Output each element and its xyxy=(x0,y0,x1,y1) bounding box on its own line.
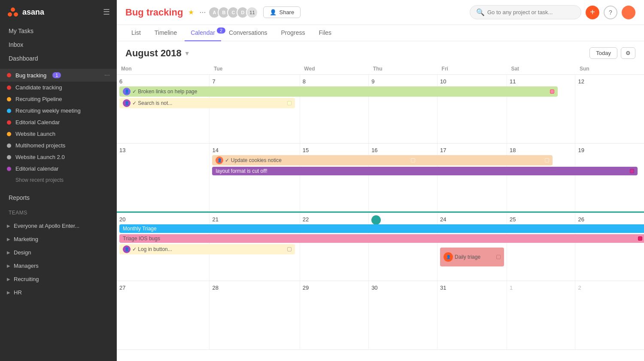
team-item-managers[interactable]: ▶ Managers xyxy=(0,259,117,272)
inbox-label: Inbox xyxy=(9,41,23,48)
event-checkbox[interactable] xyxy=(630,169,634,173)
svg-point-2 xyxy=(14,12,18,17)
cal-day-17: 17 xyxy=(437,144,507,212)
more-options-icon[interactable]: ··· xyxy=(199,8,206,17)
project-label: Candidate tracking xyxy=(15,84,62,91)
event-avatar: 👤 xyxy=(123,88,131,95)
cal-day-6: 6 👤 ✓ Broken links on help page 👤 ✓ Sear… xyxy=(117,75,210,144)
project-item-website-launch[interactable]: Website Launch xyxy=(0,128,117,140)
event-broken-links[interactable]: 👤 ✓ Broken links on help page xyxy=(119,86,558,97)
calendar-container: August 2018 ▼ Today ⚙ Mon Tue Wed Thu Fr… xyxy=(117,41,644,361)
project-item-candidate-tracking[interactable]: Candidate tracking xyxy=(0,82,117,93)
project-item-website-launch-2[interactable]: Website Launch 2.0 xyxy=(0,151,117,163)
event-triage-ios[interactable]: Triage IOS bugs xyxy=(119,234,644,243)
day-number: 7 xyxy=(212,78,215,85)
day-number: 15 xyxy=(303,147,309,153)
month-dropdown-icon[interactable]: ▼ xyxy=(184,50,190,57)
event-daily-triage[interactable]: 👤 Daily triage xyxy=(440,248,504,266)
event-checkbox[interactable] xyxy=(550,89,554,94)
team-label: HR xyxy=(14,289,22,296)
cal-day-16: 16 xyxy=(369,144,437,212)
star-icon[interactable]: ★ xyxy=(188,8,194,16)
project-dot xyxy=(7,144,11,148)
team-item-design[interactable]: ▶ Design xyxy=(0,246,117,259)
project-item-multihomed[interactable]: Multihomed projects xyxy=(0,140,117,151)
project-label: Multihomed projects xyxy=(15,142,65,149)
tab-list[interactable]: List xyxy=(125,25,147,41)
event-update-cookies[interactable]: 👤 ✓ Update cookies notice xyxy=(212,155,553,165)
calendar-controls: Today ⚙ xyxy=(589,47,635,59)
tab-progress[interactable]: Progress xyxy=(275,25,311,41)
sidebar-item-my-tasks[interactable]: My Tasks xyxy=(0,24,117,38)
sidebar-item-inbox[interactable]: Inbox xyxy=(0,38,117,52)
sidebar-item-reports[interactable]: Reports xyxy=(0,191,117,205)
team-item-hr[interactable]: ▶ HR xyxy=(0,286,117,299)
day-number: 28 xyxy=(212,285,218,291)
project-item-editorial-calendar-2[interactable]: Editorial calendar xyxy=(0,163,117,174)
day-number: 11 xyxy=(510,78,516,85)
event-checkbox[interactable] xyxy=(496,255,501,259)
team-chevron-icon: ▶ xyxy=(7,237,10,242)
team-item-marketing[interactable]: ▶ Marketing xyxy=(0,233,117,246)
teams-section-label: Teams xyxy=(0,206,117,219)
add-button[interactable]: + xyxy=(586,6,599,19)
calendar-tab-badge: 2 xyxy=(217,28,225,34)
svg-point-1 xyxy=(8,12,12,17)
search-bar[interactable]: 🔍 xyxy=(470,5,581,19)
calendar-filter-button[interactable]: ⚙ xyxy=(621,47,635,59)
tab-timeline[interactable]: Timeline xyxy=(149,25,183,41)
project-label: Recruiting weekly meeting xyxy=(15,107,81,114)
project-dot xyxy=(7,97,11,101)
team-label: Design xyxy=(14,249,31,256)
day-number: 19 xyxy=(578,147,584,153)
project-item-bug-tracking[interactable]: Bug tracking 1 ··· xyxy=(0,69,117,82)
today-button[interactable]: Today xyxy=(589,47,617,59)
cal-day-8: 8 xyxy=(300,75,368,144)
tab-conversations[interactable]: Conversations xyxy=(223,25,273,41)
user-avatar[interactable] xyxy=(622,6,635,19)
tab-calendar[interactable]: Calendar 2 xyxy=(185,25,221,41)
event-checkbox[interactable] xyxy=(287,247,292,251)
calendar-grid: Mon Tue Wed Thu Fri Sat Sun 6 👤 xyxy=(117,63,644,350)
project-dot xyxy=(7,167,11,171)
cal-day-22: 22 xyxy=(300,212,368,281)
project-item-recruiting-pipeline[interactable]: Recruiting Pipeline xyxy=(0,93,117,105)
cal-day-20: 20 Monthly Triage Triage IOS bugs xyxy=(117,212,210,281)
calendar-week-1: 6 👤 ✓ Broken links on help page 👤 ✓ Sear… xyxy=(117,75,644,144)
hamburger-icon[interactable]: ☰ xyxy=(103,7,110,17)
search-input[interactable] xyxy=(487,9,575,15)
logo-text: asana xyxy=(22,8,44,17)
team-label: Managers xyxy=(14,263,39,269)
day-header-tue: Tue xyxy=(210,63,300,75)
day-number-today: 23 xyxy=(371,215,381,225)
event-search[interactable]: 👤 ✓ Search is not... xyxy=(119,98,295,108)
event-checkbox[interactable] xyxy=(411,158,415,162)
event-checkbox[interactable] xyxy=(287,101,292,105)
avatar-group: A B C D 11 xyxy=(211,6,258,18)
dashboard-label: Dashboard xyxy=(9,55,38,62)
asana-logo[interactable]: asana xyxy=(7,6,44,18)
day-number: 6 xyxy=(119,78,122,85)
sidebar-item-dashboard[interactable]: Dashboard xyxy=(0,52,117,65)
share-button[interactable]: 👤 Share xyxy=(263,6,301,18)
project-dot xyxy=(7,120,11,125)
event-layout-format[interactable]: layout format is cut off! xyxy=(212,167,638,175)
show-recent-projects[interactable]: Show recent projects xyxy=(0,174,117,186)
calendar-header: August 2018 ▼ Today ⚙ xyxy=(117,41,644,63)
project-label: Recruiting Pipeline xyxy=(15,96,62,102)
help-button[interactable]: ? xyxy=(604,6,617,19)
day-number: 21 xyxy=(212,216,218,223)
project-item-recruiting-weekly[interactable]: Recruiting weekly meeting xyxy=(0,105,117,116)
team-item-everyone[interactable]: ▶ Everyone at Apollo Enter... xyxy=(0,219,117,233)
project-label: Website Launch 2.0 xyxy=(15,154,65,160)
cal-day-18: 18 xyxy=(507,144,575,212)
project-more-icon[interactable]: ··· xyxy=(104,71,110,79)
event-checkbox-2[interactable] xyxy=(545,158,549,162)
tab-files[interactable]: Files xyxy=(313,25,338,41)
team-item-recruiting[interactable]: ▶ Recruiting xyxy=(0,272,117,286)
event-login-button[interactable]: 👤 ✓ Log in button... xyxy=(119,244,295,254)
event-monthly-triage[interactable]: Monthly Triage xyxy=(119,224,644,233)
event-avatar: 👤 xyxy=(216,156,223,164)
project-item-editorial-calendar[interactable]: Editorial Calendar xyxy=(0,116,117,128)
event-checkbox[interactable] xyxy=(638,236,642,241)
